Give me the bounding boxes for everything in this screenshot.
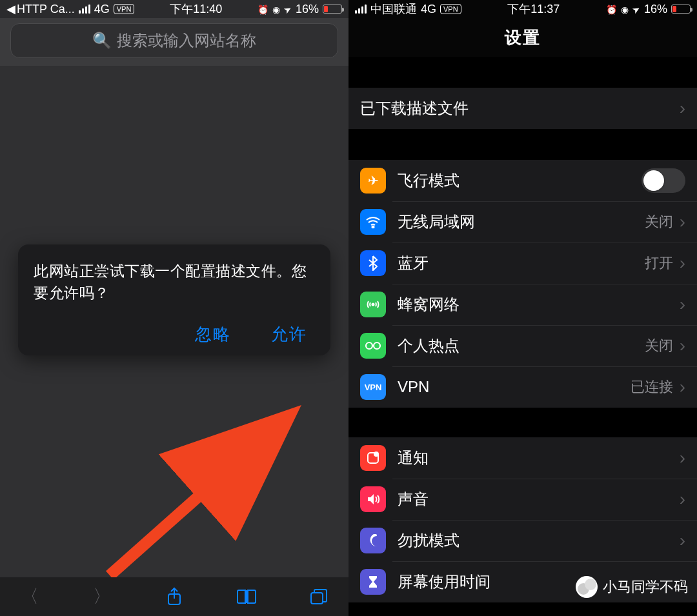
status-bar: ◀ HTTP Ca... 4G VPN 下午11:40 16% bbox=[0, 0, 348, 18]
forward-icon[interactable]: 〉 bbox=[89, 584, 115, 609]
orientation-lock-icon bbox=[272, 3, 280, 16]
chevron-right-icon: › bbox=[680, 98, 685, 119]
chevron-right-icon: › bbox=[680, 489, 685, 510]
alarm-icon bbox=[606, 3, 617, 16]
status-bar: 中国联通 4G VPN 下午11:37 16% bbox=[348, 0, 697, 18]
battery-icon bbox=[671, 5, 691, 14]
statusbar-time: 下午11:40 bbox=[170, 1, 222, 17]
svg-point-8 bbox=[374, 452, 378, 456]
alarm-icon bbox=[258, 3, 268, 16]
chevron-right-icon: › bbox=[680, 212, 685, 232]
svg-point-3 bbox=[372, 226, 374, 228]
back-to-app[interactable]: ◀ HTTP Ca... bbox=[6, 2, 75, 16]
airplane-icon: ✈ bbox=[360, 168, 386, 194]
downloaded-profile-row[interactable]: 已下载描述文件 › bbox=[348, 88, 697, 129]
svg-point-5 bbox=[366, 343, 372, 349]
location-icon bbox=[632, 3, 640, 16]
share-icon[interactable] bbox=[161, 587, 187, 606]
battery-percent: 16% bbox=[296, 3, 319, 16]
signal-icon bbox=[79, 5, 90, 14]
chevron-right-icon: › bbox=[680, 253, 685, 273]
orientation-lock-icon bbox=[621, 3, 629, 16]
sound-icon bbox=[360, 486, 386, 512]
vpn-row[interactable]: VPN VPN 已连接 › bbox=[348, 366, 697, 408]
network-label: 4G bbox=[94, 3, 110, 16]
battery-icon bbox=[323, 5, 342, 14]
tabs-icon[interactable] bbox=[306, 588, 332, 606]
cellular-row[interactable]: 蜂窝网络 › bbox=[348, 284, 697, 325]
vpn-icon: VPN bbox=[114, 4, 135, 14]
address-bar[interactable]: 🔍 搜索或输入网站名称 bbox=[10, 23, 338, 58]
notifications-row[interactable]: 通知 › bbox=[348, 437, 697, 479]
watermark: 小马同学不码 bbox=[576, 576, 688, 598]
left-screenshot-safari: ◀ HTTP Ca... 4G VPN 下午11:40 16% 🔍 搜索或输入网… bbox=[0, 0, 348, 616]
download-profile-dialog: 此网站正尝试下载一个配置描述文件。您要允许吗？ 忽略 允许 bbox=[18, 244, 330, 355]
wifi-icon bbox=[360, 209, 386, 235]
vpn-icon: VPN bbox=[360, 374, 386, 400]
statusbar-time: 下午11:37 bbox=[507, 1, 560, 17]
svg-rect-2 bbox=[311, 593, 323, 604]
bookmarks-icon[interactable] bbox=[234, 588, 259, 605]
chevron-right-icon: › bbox=[680, 335, 685, 356]
carrier-label: 中国联通 bbox=[370, 1, 417, 17]
allow-button[interactable]: 允许 bbox=[267, 323, 311, 346]
chevron-right-icon: › bbox=[680, 530, 685, 551]
group-gap bbox=[348, 408, 697, 437]
bluetooth-icon bbox=[360, 250, 386, 276]
wechat-icon bbox=[576, 576, 598, 598]
safari-toolbar: 〈 〉 bbox=[0, 577, 348, 616]
hotspot-row[interactable]: 个人热点 关闭 › bbox=[348, 325, 697, 366]
network-label: 4G bbox=[421, 3, 436, 16]
moon-icon bbox=[360, 528, 386, 553]
svg-point-6 bbox=[374, 343, 380, 349]
notifications-icon bbox=[360, 445, 386, 471]
airplane-switch[interactable] bbox=[641, 168, 685, 193]
ignore-button[interactable]: 忽略 bbox=[191, 323, 235, 346]
address-placeholder: 搜索或输入网站名称 bbox=[117, 30, 256, 51]
airplane-mode-row[interactable]: ✈ 飞行模式 bbox=[348, 160, 697, 201]
page-title: 设置 bbox=[348, 18, 697, 57]
group-gap bbox=[348, 57, 697, 88]
do-not-disturb-row[interactable]: 勿扰模式 › bbox=[348, 520, 697, 561]
vpn-icon: VPN bbox=[440, 4, 461, 14]
group-gap bbox=[348, 129, 697, 160]
chevron-right-icon: › bbox=[680, 377, 685, 397]
bluetooth-row[interactable]: 蓝牙 打开 › bbox=[348, 243, 697, 284]
chevron-right-icon: › bbox=[680, 294, 685, 315]
wifi-row[interactable]: 无线局域网 关闭 › bbox=[348, 201, 697, 243]
signal-icon bbox=[355, 5, 367, 14]
chevron-right-icon: › bbox=[680, 448, 685, 468]
sound-row[interactable]: 声音 › bbox=[348, 479, 697, 520]
page-content: 此网站正尝试下载一个配置描述文件。您要允许吗？ 忽略 允许 bbox=[0, 66, 348, 577]
search-icon: 🔍 bbox=[92, 32, 112, 50]
hotspot-icon bbox=[360, 333, 386, 359]
battery-percent: 16% bbox=[644, 3, 667, 16]
dialog-message: 此网站正尝试下载一个配置描述文件。您要允许吗？ bbox=[34, 260, 315, 304]
right-screenshot-settings: 中国联通 4G VPN 下午11:37 16% 设置 已下载描述文件 › bbox=[348, 0, 697, 616]
svg-point-4 bbox=[372, 304, 374, 306]
cellular-icon bbox=[360, 292, 386, 317]
location-icon bbox=[284, 3, 292, 16]
hourglass-icon bbox=[360, 569, 386, 595]
back-icon[interactable]: 〈 bbox=[17, 584, 43, 609]
